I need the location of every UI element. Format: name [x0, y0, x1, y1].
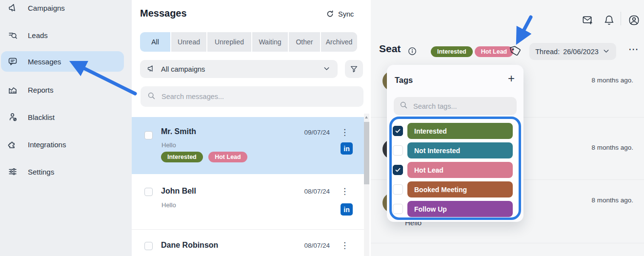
funnel-icon — [350, 65, 358, 73]
conversation-checkbox[interactable] — [144, 131, 153, 139]
thread-divider — [371, 243, 644, 243]
megaphone-icon — [147, 64, 155, 74]
conversation-row[interactable]: John Bell 08/07/24 ⋮ Hello in — [132, 174, 364, 229]
tag-pill: Hot Lead — [475, 46, 513, 57]
conversation-date: 08/07/24 — [286, 242, 330, 249]
tag-pill: Interested — [431, 46, 473, 57]
tag-checkbox[interactable] — [393, 145, 403, 156]
lead-name-title: Seat — [379, 43, 401, 55]
leads-search-icon — [7, 30, 18, 40]
message-filter-tabs: All Unread Unreplied Waiting Other Archi… — [140, 32, 357, 52]
conversation-name: Mr. Smith — [161, 127, 196, 136]
tag-option-row: Booked Meeting — [393, 181, 513, 197]
tag-pill: Hot Lead — [208, 152, 247, 162]
tab-waiting[interactable]: Waiting — [252, 32, 288, 52]
sidebar-item-label: Integrations — [28, 140, 66, 149]
chevron-down-icon — [602, 47, 610, 57]
messages-panel-title: Messages — [140, 8, 187, 19]
scrollbar-thumb[interactable] — [364, 122, 369, 184]
chart-icon — [7, 85, 18, 95]
sidebar-item-messages[interactable]: Messages — [1, 51, 124, 72]
thread-more-button[interactable]: ⋯ — [628, 44, 639, 54]
tab-unread[interactable]: Unread — [171, 32, 206, 52]
tag-option[interactable]: Not Interested — [407, 142, 513, 158]
topbar-divider — [621, 12, 621, 25]
messages-panel: Messages Sync All Unread Unreplied Waiti… — [132, 0, 371, 256]
sidebar-item-settings[interactable]: Settings — [1, 162, 124, 181]
tab-archived[interactable]: Archived — [321, 32, 357, 52]
sidebar-item-blacklist[interactable]: Blacklist — [1, 107, 124, 127]
tag-search — [394, 97, 517, 115]
tag-option-row: Hot Lead — [393, 162, 513, 178]
tag-pill: Interested — [161, 152, 203, 162]
search-icon — [400, 101, 408, 111]
conversation-name: John Bell — [161, 187, 196, 196]
campaign-select[interactable]: All campaigns — [140, 60, 338, 78]
kebab-menu-icon[interactable]: ⋮ — [341, 241, 349, 250]
lead-tags: Interested Hot Lead — [431, 46, 515, 57]
megaphone-icon — [7, 3, 18, 13]
sidebar-item-label: Blacklist — [28, 113, 55, 121]
conversation-row[interactable]: Dane Robinson 08/07/24 ⋮ — [132, 229, 364, 256]
scroll-up-icon[interactable] — [365, 116, 368, 118]
tab-other[interactable]: Other — [289, 32, 320, 52]
checkmark-icon — [395, 167, 401, 173]
sidebar-item-label: Leads — [28, 31, 48, 39]
puzzle-icon — [7, 139, 18, 150]
scrollbar[interactable] — [364, 114, 369, 256]
refresh-icon — [326, 10, 334, 18]
conversation-preview: Hello — [161, 141, 176, 149]
kebab-menu-icon[interactable]: ⋮ — [341, 187, 349, 196]
tag-checkbox-checked[interactable] — [393, 126, 403, 136]
tag-option[interactable]: Hot Lead — [407, 162, 513, 178]
tags-popup-title: Tags — [395, 76, 413, 85]
add-tag-button[interactable]: + — [508, 73, 515, 84]
sidebar-item-leads[interactable]: Leads — [1, 25, 124, 45]
tab-unreplied[interactable]: Unreplied — [207, 32, 251, 52]
tag-option[interactable]: Follow Up — [407, 201, 513, 217]
tag-checkbox[interactable] — [393, 204, 403, 214]
tag-checkbox-checked[interactable] — [393, 165, 403, 175]
thread-date-select[interactable]: Thread: 26/06/2023 — [529, 43, 616, 60]
manage-tags-button[interactable] — [510, 45, 523, 58]
tag-search-input[interactable] — [412, 102, 511, 111]
sidebar-item-reports[interactable]: Reports — [1, 80, 124, 99]
account-avatar-icon[interactable] — [628, 15, 640, 28]
message-timestamp: 8 months ago. — [591, 77, 633, 84]
conversation-preview: Hello — [161, 201, 176, 209]
tag-option[interactable]: Booked Meeting — [407, 181, 513, 197]
compose-mail-icon[interactable] — [582, 15, 593, 28]
tag-checkbox[interactable] — [393, 184, 403, 195]
sidebar: Campaigns Leads Messages Reports Blackli… — [0, 0, 132, 256]
tab-all[interactable]: All — [140, 32, 170, 52]
conversation-checkbox[interactable] — [144, 188, 153, 196]
tag-option-row: Not Interested — [393, 142, 513, 158]
campaign-select-label: All campaigns — [161, 65, 205, 73]
sidebar-item-integrations[interactable]: Integrations — [1, 135, 124, 154]
sidebar-item-label: Campaigns — [28, 4, 65, 12]
tag-icon — [509, 44, 523, 58]
chevron-down-icon — [322, 64, 331, 74]
notifications-bell-icon[interactable] — [604, 15, 615, 28]
filter-button[interactable] — [345, 60, 363, 78]
tag-option-row: Follow Up — [393, 201, 513, 217]
tags-popup: Tags + Interested Not Interested Hot Lea… — [387, 65, 523, 222]
sync-button[interactable]: Sync — [326, 10, 354, 18]
conversation-row[interactable]: Mr. Smith 09/07/24 ⋮ Hello Interested Ho… — [132, 117, 364, 174]
linkedin-icon[interactable]: in — [341, 203, 353, 216]
conversation-date: 09/07/24 — [286, 129, 330, 136]
conversation-tags: Interested Hot Lead — [161, 152, 251, 162]
kebab-menu-icon[interactable]: ⋮ — [341, 128, 349, 137]
checkmark-icon — [395, 128, 401, 134]
message-search — [141, 86, 363, 107]
conversation-checkbox[interactable] — [144, 242, 153, 250]
conversation-date: 08/07/24 — [286, 188, 330, 195]
tag-option[interactable]: Interested — [407, 123, 513, 139]
thread-label: Thread: — [535, 48, 560, 56]
sidebar-item-campaigns[interactable]: Campaigns — [1, 0, 124, 18]
linkedin-icon[interactable]: in — [341, 142, 353, 155]
chat-bubble-icon — [7, 57, 18, 67]
sliders-icon — [7, 167, 18, 177]
message-search-input[interactable] — [161, 92, 357, 101]
info-icon[interactable] — [408, 47, 417, 58]
